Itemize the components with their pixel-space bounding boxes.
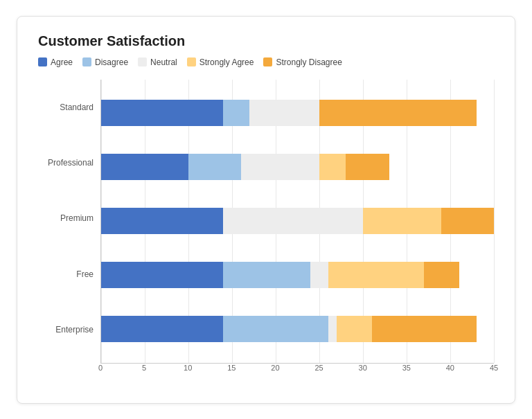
legend-label: Agree xyxy=(51,57,73,67)
y-label: Professional xyxy=(38,142,94,184)
bar-segment-neutral xyxy=(310,262,328,288)
legend-item: Strongly Agree xyxy=(187,57,254,67)
bar-segment-strongly_agree xyxy=(328,262,425,288)
x-tick: 5 xyxy=(142,364,146,372)
legend-label: Neutral xyxy=(150,57,177,67)
bar-segment-strongly_disagree xyxy=(372,316,477,342)
bar-row xyxy=(101,203,494,239)
y-label: Enterprise xyxy=(38,309,94,350)
x-tick: 15 xyxy=(227,364,236,372)
bar-segment-neutral xyxy=(241,154,319,180)
bars-section: StandardProfessionalPremiumFreeEnterpris… xyxy=(38,80,494,377)
chart-container: Customer Satisfaction AgreeDisagreeNeutr… xyxy=(17,16,515,404)
legend-swatch xyxy=(187,57,196,66)
x-tick: 30 xyxy=(359,364,367,372)
y-label: Standard xyxy=(38,87,94,128)
bar-row xyxy=(101,311,494,347)
bar-segment-strongly_disagree xyxy=(441,208,494,234)
legend-item: Neutral xyxy=(138,57,177,67)
legend-label: Disagree xyxy=(95,57,128,67)
bar-segment-agree xyxy=(101,262,223,288)
legend-item: Strongly Disagree xyxy=(263,57,342,67)
chart-title: Customer Satisfaction xyxy=(38,33,494,49)
y-label: Premium xyxy=(38,197,94,239)
bar-segment-strongly_agree xyxy=(319,154,346,180)
bar-segment-agree xyxy=(101,316,223,342)
legend: AgreeDisagreeNeutralStrongly AgreeStrong… xyxy=(38,57,494,67)
x-axis: 051015202530354045 xyxy=(100,364,494,377)
bars-and-xaxis: 051015202530354045 xyxy=(100,80,494,377)
bar-segment-strongly_disagree xyxy=(424,262,459,288)
legend-swatch xyxy=(263,57,272,66)
bar-segment-disagree xyxy=(223,100,249,126)
bar-segment-strongly_disagree xyxy=(319,100,477,126)
bar-segment-disagree xyxy=(223,262,310,288)
legend-swatch xyxy=(82,57,91,66)
legend-label: Strongly Agree xyxy=(200,57,254,67)
x-tick: 10 xyxy=(184,364,192,372)
legend-swatch xyxy=(138,57,147,66)
legend-item: Disagree xyxy=(82,57,128,67)
bar-segment-disagree xyxy=(188,154,241,180)
x-tick: 0 xyxy=(98,364,103,372)
chart-area: StandardProfessionalPremiumFreeEnterpris… xyxy=(38,80,494,377)
legend-label: Strongly Disagree xyxy=(276,57,342,67)
bars-wrapper xyxy=(100,80,494,364)
bar-row xyxy=(101,257,494,293)
legend-swatch xyxy=(38,57,47,66)
bar-segment-neutral xyxy=(328,316,337,342)
bar-segment-agree xyxy=(101,154,188,180)
bar-segment-neutral xyxy=(249,100,319,126)
bar-segment-neutral xyxy=(223,208,363,234)
legend-item: Agree xyxy=(38,57,73,67)
bar-segment-agree xyxy=(101,100,223,126)
bar-row xyxy=(101,149,494,185)
x-tick: 40 xyxy=(446,364,454,372)
x-tick: 45 xyxy=(490,364,498,372)
bar-segment-agree xyxy=(101,208,223,234)
x-tick: 25 xyxy=(314,364,323,372)
y-labels: StandardProfessionalPremiumFreeEnterpris… xyxy=(38,80,100,377)
bar-segment-strongly_agree xyxy=(363,208,441,234)
y-label: Free xyxy=(38,253,94,295)
x-tick: 20 xyxy=(271,364,279,372)
x-tick: 35 xyxy=(402,364,411,372)
bar-segment-strongly_disagree xyxy=(346,154,389,180)
bar-segment-strongly_agree xyxy=(337,316,371,342)
bar-row xyxy=(101,95,494,131)
bar-segment-disagree xyxy=(223,316,328,342)
